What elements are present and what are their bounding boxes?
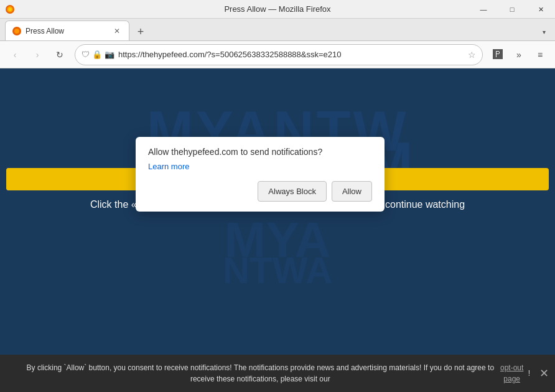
- maximize-button[interactable]: □: [498, 0, 526, 19]
- learn-more-link[interactable]: Learn more: [148, 162, 372, 171]
- reload-button[interactable]: ↻: [50, 45, 70, 65]
- window-title: Press Allow — Mozilla Firefox: [224, 4, 330, 14]
- url-bar[interactable]: 🛡 🔒 📷 https://thehypefeed.com/?s=5006256…: [75, 44, 483, 65]
- tab-dropdown-button[interactable]: ▾: [535, 23, 553, 40]
- svg-point-2: [8, 7, 12, 11]
- lock-icon: 🔒: [92, 50, 102, 59]
- cta-before: Click the «: [90, 199, 137, 210]
- url-display: https://thehypefeed.com/?s=5006256383325…: [118, 50, 464, 59]
- new-tab-button[interactable]: +: [132, 23, 149, 40]
- tab-bar-right: ▾: [535, 23, 555, 40]
- watermark-line4: NTWA: [223, 249, 333, 292]
- window-controls: — □ ✕: [469, 0, 555, 19]
- popup-title: Allow thehypefeed.com to send notificati…: [148, 147, 372, 157]
- reload-icon: ↻: [56, 50, 63, 60]
- extensions-icon: »: [516, 50, 521, 60]
- bookmark-icon[interactable]: ☆: [468, 50, 476, 60]
- pocket-button[interactable]: 🅿: [488, 45, 508, 65]
- firefox-logo-icon: [5, 4, 15, 14]
- allow-button[interactable]: Allow: [332, 181, 372, 202]
- back-button[interactable]: ‹: [5, 45, 25, 65]
- notification-popup: Allow thehypefeed.com to send notificati…: [136, 137, 385, 212]
- camera-icon: 📷: [105, 50, 114, 59]
- nav-bar: ‹ › ↻ 🛡 🔒 📷 https://thehypefeed.com/?s=5…: [0, 41, 555, 68]
- tab-close-button[interactable]: ✕: [111, 26, 123, 37]
- always-block-button[interactable]: Always Block: [258, 181, 327, 202]
- close-window-button[interactable]: ✕: [526, 0, 555, 19]
- active-tab[interactable]: Press Allow ✕: [5, 21, 129, 40]
- bottom-bar-text-before: By clicking `Allow` button, you consent …: [25, 362, 496, 385]
- hamburger-icon: ≡: [538, 50, 543, 60]
- menu-button[interactable]: ≡: [530, 45, 550, 65]
- opt-out-link[interactable]: opt-out page: [496, 362, 528, 385]
- tab-favicon-icon: [12, 26, 22, 36]
- pocket-icon: 🅿: [493, 49, 503, 60]
- main-content: MYANTW ARE.COM MYA NTWA 99% Click the «A…: [0, 68, 555, 355]
- shield-icon: 🛡: [82, 50, 90, 59]
- svg-point-4: [14, 29, 19, 34]
- title-bar: Press Allow — Mozilla Firefox — □ ✕: [0, 0, 555, 19]
- forward-button[interactable]: ›: [27, 45, 47, 65]
- popup-buttons: Always Block Allow: [148, 181, 372, 202]
- bottom-bar-close-button[interactable]: ✕: [539, 365, 549, 382]
- bottom-bar-text-after: !: [528, 368, 530, 379]
- minimize-button[interactable]: —: [469, 0, 498, 19]
- extensions-button[interactable]: »: [509, 45, 529, 65]
- nav-right-buttons: 🅿 » ≡: [488, 45, 550, 65]
- tab-bar: Press Allow ✕ + ▾: [0, 19, 555, 41]
- tab-title: Press Allow: [26, 27, 108, 35]
- url-bar-icons: 🛡 🔒 📷: [82, 50, 114, 59]
- forward-icon: ›: [36, 50, 39, 60]
- back-icon: ‹: [14, 50, 17, 60]
- bottom-notification-bar: By clicking `Allow` button, you consent …: [0, 355, 555, 392]
